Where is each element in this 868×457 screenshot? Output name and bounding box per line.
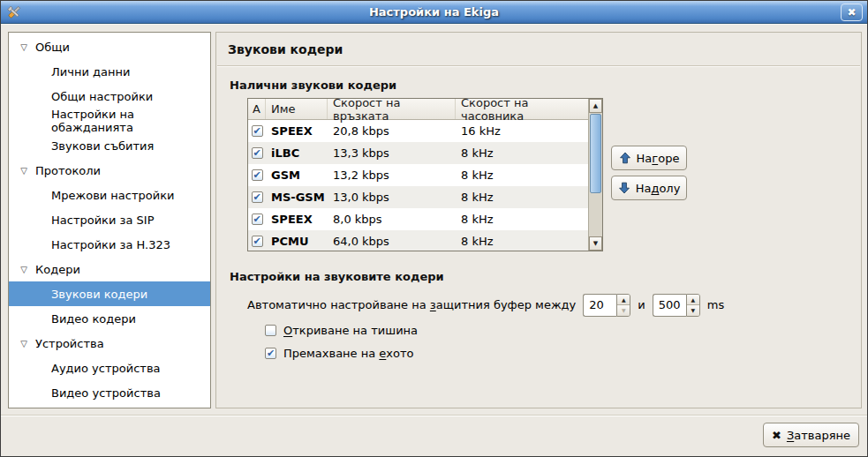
table-row[interactable]: ✔ SPEEX 20,8 kbps 16 kHz (248, 120, 590, 142)
close-x-icon: ✖ (772, 429, 781, 442)
sidebar-item-sound-events[interactable]: Звукови събития (9, 133, 210, 158)
check-icon: ✔ (253, 147, 260, 159)
sidebar-item-audio-codecs[interactable]: Звукови кодери (9, 281, 210, 306)
expander-icon[interactable]: ▽ (18, 339, 30, 348)
codec-checkbox[interactable]: ✔ (252, 169, 263, 181)
jitter-min-input[interactable] (583, 294, 616, 317)
audio-codecs-panel: Звукови кодери Налични звукови кодери А … (215, 32, 862, 408)
echo-cancellation-label: Премахване на ехото (283, 347, 414, 360)
codec-checkbox[interactable]: ✔ (252, 214, 263, 225)
silence-detection-checkbox[interactable]: ✔ (265, 325, 276, 336)
sidebar-item-network-settings[interactable]: Мрежови настройки (9, 183, 210, 207)
sidebar-item-devices[interactable]: ▽ Устройства (9, 331, 210, 356)
codec-table-body: ✔ SPEEX 20,8 kbps 16 kHz ✔ iLBC 13,3 kbp… (248, 120, 590, 251)
move-up-button[interactable]: Нагоре (611, 146, 687, 170)
sidebar-item-video-codecs[interactable]: Видео кодери (9, 306, 210, 331)
spin-up-icon[interactable]: ▲ (617, 295, 630, 306)
codec-table-header: А Име Скорост на връзката Скорост на час… (248, 99, 590, 120)
scroll-up-icon[interactable]: ▲ (589, 99, 602, 113)
footer-separator (1, 415, 867, 416)
titlebar: Настройки на Ekiga ✖ (1, 1, 867, 24)
column-header-name[interactable]: Име (266, 99, 328, 119)
codec-checkbox[interactable]: ✔ (252, 147, 263, 159)
expander-icon[interactable]: ▽ (18, 42, 30, 52)
sidebar-item-h323-settings[interactable]: Настройки за H.323 (9, 232, 210, 257)
jitter-max-spinner: ▲ ▼ (653, 294, 700, 317)
jitter-buffer-label: Автоматично настройване на защитния буфе… (247, 298, 576, 311)
check-icon: ✔ (253, 236, 260, 247)
check-icon: ✔ (253, 169, 260, 181)
table-row[interactable]: ✔ iLBC 13,3 kbps 8 kHz (248, 142, 590, 164)
close-x-icon: ✖ (847, 6, 856, 19)
scrollbar[interactable]: ▲ ▼ (588, 99, 602, 251)
table-row[interactable]: ✔ MS-GSM 13,0 kbps 8 kHz (248, 186, 590, 208)
move-down-label: Надолу (636, 182, 681, 195)
sidebar-item-protocols[interactable]: ▽ Протоколи (9, 158, 210, 183)
window-title: Настройки на Ekiga (1, 5, 867, 19)
arrow-down-icon (618, 182, 630, 194)
dialog-content: ▽ Общи Лични данни Общи настройки Настро… (1, 24, 867, 456)
sidebar-item-audio-devices[interactable]: Аудио устройства (9, 356, 210, 380)
close-button[interactable]: ✖ Затваряне (763, 423, 859, 447)
spin-up-icon[interactable]: ▲ (687, 295, 699, 306)
expander-icon[interactable]: ▽ (18, 265, 30, 274)
table-row[interactable]: ✔ PCMU 64,0 kbps 8 kHz (248, 230, 590, 251)
table-row[interactable]: ✔ GSM 13,2 kbps 8 kHz (248, 164, 590, 186)
preferences-dialog: Настройки на Ekiga ✖ ▽ Общи Лични данни … (0, 0, 868, 457)
sidebar-item-codecs[interactable]: ▽ Кодери (9, 257, 210, 281)
codec-checkbox[interactable]: ✔ (252, 236, 263, 247)
spin-down-icon[interactable]: ▼ (617, 305, 630, 316)
echo-cancellation-checkbox[interactable]: ✔ (265, 348, 276, 359)
check-icon: ✔ (267, 348, 275, 359)
spin-down-icon[interactable]: ▼ (687, 305, 699, 316)
column-header-active[interactable]: А (248, 99, 266, 119)
codec-table: А Име Скорост на връзката Скорост на час… (247, 98, 603, 251)
echo-cancellation-option[interactable]: ✔ Премахване на ехото (265, 347, 414, 360)
check-icon: ✔ (253, 191, 260, 203)
jitter-max-input[interactable] (653, 294, 686, 317)
move-down-button[interactable]: Надолу (611, 176, 687, 200)
column-header-bandwidth[interactable]: Скорост на връзката (328, 99, 456, 119)
available-codecs-heading: Налични звукови кодери (230, 79, 396, 92)
window-close-button[interactable]: ✖ (841, 4, 863, 21)
expander-icon[interactable]: ▽ (18, 166, 30, 176)
table-row[interactable]: ✔ SPEEX 8,0 kbps 8 kHz (248, 208, 590, 230)
silence-detection-option[interactable]: ✔ Откриване на тишина (265, 324, 418, 337)
check-icon: ✔ (253, 214, 260, 225)
silence-detection-label: Откриване на тишина (283, 324, 418, 337)
scrollbar-thumb[interactable] (590, 114, 601, 193)
jitter-buffer-row: Автоматично настройване на защитния буфе… (247, 293, 724, 317)
tools-icon[interactable] (6, 4, 22, 20)
sidebar-item-personal-data[interactable]: Лични данни (9, 59, 210, 84)
column-header-clock-rate[interactable]: Скорост на часовника (456, 99, 590, 119)
page-title: Звукови кодери (228, 42, 343, 56)
codec-checkbox[interactable]: ✔ (252, 125, 263, 137)
jitter-conjunction: и (638, 298, 645, 311)
move-up-label: Нагоре (637, 152, 680, 165)
arrow-up-icon (619, 152, 631, 164)
jitter-unit: ms (707, 298, 724, 311)
codec-settings-heading: Настройки на звуковите кодери (230, 270, 444, 283)
check-icon: ✔ (253, 125, 260, 137)
scroll-down-icon[interactable]: ▼ (589, 236, 602, 251)
settings-tree: ▽ Общи Лични данни Общи настройки Настро… (8, 32, 211, 408)
sidebar-item-sip-settings[interactable]: Настройки за SIP (9, 207, 210, 232)
sidebar-item-call-options[interactable]: Настройки на обажданията (9, 109, 210, 133)
sidebar-item-general[interactable]: ▽ Общи (9, 34, 210, 59)
jitter-min-spinner: ▲ ▼ (583, 294, 630, 317)
sidebar-item-video-devices[interactable]: Видео устройства (9, 380, 210, 405)
title-separator (217, 65, 860, 67)
sidebar-item-general-settings[interactable]: Общи настройки (9, 84, 210, 109)
codec-checkbox[interactable]: ✔ (252, 191, 263, 203)
close-button-label: Затваряне (787, 429, 850, 442)
